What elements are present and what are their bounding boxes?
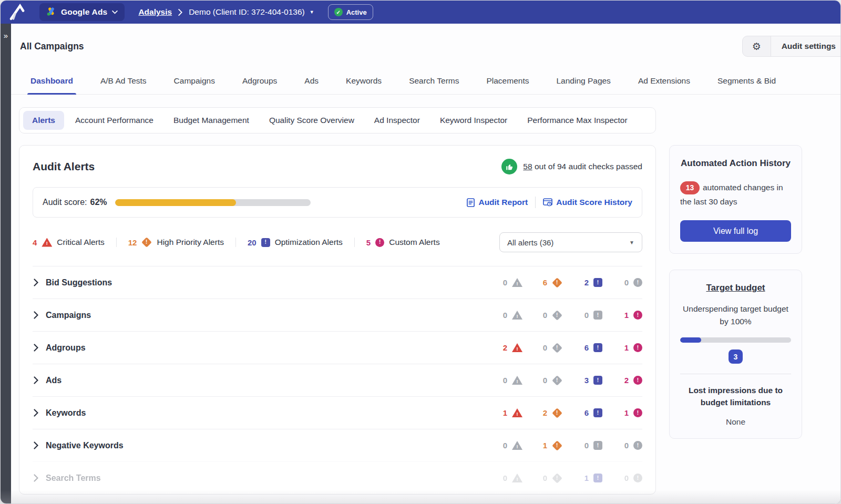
automated-action-history-card: Automated Action History 13automated cha…: [669, 145, 802, 254]
history-icon: [543, 198, 552, 207]
subtab-ad-inspector[interactable]: Ad Inspector: [365, 111, 429, 130]
critical-alert-icon: [512, 441, 522, 450]
count-value: 2: [503, 343, 507, 352]
custom-alert-icon: [633, 474, 642, 482]
lost-impressions-value: None: [680, 417, 791, 427]
chevron-right-icon[interactable]: [34, 441, 38, 449]
divider: [535, 197, 536, 208]
optimization-alert-icon: [593, 311, 602, 320]
chevron-right-icon[interactable]: [34, 376, 38, 384]
chevron-right-icon[interactable]: [34, 474, 38, 482]
custom-alert-icon: [633, 278, 642, 287]
checks-passed-summary: 58 out of 94 audit checks passed: [501, 159, 642, 174]
tab-ads[interactable]: Ads: [303, 69, 320, 94]
subtab-alerts[interactable]: Alerts: [23, 111, 64, 130]
critical-alert-icon: [42, 238, 52, 247]
alert-row-bid-suggestions[interactable]: Bid Suggestions0620: [33, 266, 642, 299]
tab-segments-bid[interactable]: Segments & Bid: [716, 69, 777, 94]
chevron-right-icon[interactable]: [34, 409, 38, 417]
count-value: 2: [584, 278, 589, 287]
subtab-quality-score-overview[interactable]: Quality Score Overview: [260, 111, 363, 130]
tab-keywords[interactable]: Keywords: [345, 69, 383, 94]
row-label: Ads: [46, 376, 61, 385]
critical-alert-icon: [512, 278, 522, 287]
count-value: 0: [584, 441, 589, 450]
summary-label: Optimization Alerts: [275, 238, 343, 247]
row-label: Negative Keywords: [46, 441, 124, 450]
budget-count-badge[interactable]: 3: [729, 349, 743, 364]
platform-label: Google Ads: [61, 7, 107, 17]
count-value: 0: [543, 311, 547, 320]
tab-placements[interactable]: Placements: [485, 69, 530, 94]
custom-count-cell: 1: [602, 311, 642, 320]
tab-ad-extensions[interactable]: Ad Extensions: [637, 69, 691, 94]
chevron-right-icon[interactable]: [34, 279, 38, 286]
count-value: 0: [503, 376, 507, 385]
budget-progress-bar: [680, 337, 791, 343]
critical-count-cell: 2: [483, 343, 522, 352]
audit-score-history-link[interactable]: Audit Score History: [543, 198, 632, 207]
alert-row-campaigns[interactable]: Campaigns0001: [33, 299, 642, 331]
critical-alert-icon: [512, 376, 522, 385]
alert-row-ads[interactable]: Ads0032: [33, 364, 642, 396]
breadcrumb: Adalysis Demo (Client ID: 372-404-0136) …: [138, 7, 314, 17]
count-value: 3: [584, 376, 589, 385]
account-selector[interactable]: Demo (Client ID: 372-404-0136) ▼: [189, 7, 314, 17]
sidebar-expand-handle[interactable]: »: [1, 24, 11, 504]
tab-landing-pages[interactable]: Landing Pages: [555, 69, 611, 94]
optimization-alert-icon: [593, 474, 602, 482]
critical-count-cell: 0: [483, 441, 522, 450]
tab-adgroups[interactable]: Adgroups: [241, 69, 278, 94]
count-value: 1: [543, 441, 547, 450]
subtab-budget-management[interactable]: Budget Management: [165, 111, 258, 130]
tab-a-b-ad-tests[interactable]: A/B Ad Tests: [99, 69, 148, 94]
critical-alert-icon: [512, 474, 522, 482]
summary-label: High Priority Alerts: [157, 238, 223, 247]
count-value: 0: [624, 278, 629, 287]
alert-row-keywords[interactable]: Keywords1261: [33, 396, 642, 429]
passed-count-link[interactable]: 58: [523, 162, 532, 171]
tab-dashboard[interactable]: Dashboard: [29, 69, 74, 94]
audit-settings-button[interactable]: ⚙ Audit settings: [742, 36, 841, 57]
count-value: 6: [584, 343, 589, 352]
breadcrumb-separator-icon: [178, 9, 182, 16]
alert-row-negative-keywords[interactable]: Negative Keywords0100: [33, 429, 642, 461]
target-budget-link[interactable]: Target budget: [680, 282, 791, 294]
custom-alert-icon: [633, 441, 642, 450]
adalysis-logo-icon[interactable]: [7, 3, 28, 22]
chevron-right-icon[interactable]: [34, 311, 38, 319]
count-value: 1: [624, 343, 629, 352]
dropdown-caret-icon: ▼: [629, 240, 634, 245]
count-value: 0: [624, 441, 629, 450]
tab-campaigns[interactable]: Campaigns: [173, 69, 216, 94]
high-count-cell: 1: [522, 441, 562, 450]
breadcrumb-app-link[interactable]: Adalysis: [138, 7, 172, 17]
critical-alert-icon: [512, 343, 522, 352]
high-alert-icon: [552, 277, 562, 288]
google-ads-account-switcher[interactable]: Google Ads: [39, 3, 125, 21]
alerts-filter-dropdown[interactable]: All alerts (36) ▼: [499, 232, 642, 252]
page-header: All Campaigns ⚙ Audit settings: [11, 24, 840, 69]
high-alert-icon: [552, 408, 562, 418]
critical-count-cell: 0: [483, 311, 522, 320]
count-value: 1: [624, 311, 629, 320]
view-full-log-button[interactable]: View full log: [680, 220, 791, 242]
alert-row-adgroups[interactable]: Adgroups2061: [33, 331, 642, 364]
chevron-right-icon[interactable]: [34, 344, 38, 352]
subtab-keyword-inspector[interactable]: Keyword Inspector: [431, 111, 516, 130]
audit-report-link[interactable]: Audit Report: [467, 198, 528, 207]
audit-score-box: Audit score: 62% Audit Report: [33, 187, 642, 218]
account-status-badge: ✓ Active: [328, 4, 373, 20]
custom-count-cell: 0: [602, 278, 642, 287]
subtab-account-performance[interactable]: Account Performance: [66, 111, 162, 130]
alert-row-search-terms[interactable]: Search Terms0010: [33, 461, 642, 494]
subtab-performance-max-inspector[interactable]: Performance Max Inspector: [518, 111, 636, 130]
divider: [680, 374, 791, 374]
gear-icon[interactable]: ⚙: [743, 36, 771, 56]
changes-count-badge: 13: [680, 181, 700, 194]
high-alert-icon: [552, 310, 562, 321]
high-alert-icon: [552, 375, 562, 386]
tab-search-terms[interactable]: Search Terms: [408, 69, 460, 94]
audit-score-value: 62%: [90, 198, 107, 207]
optimization-alert-icon: [593, 278, 602, 287]
